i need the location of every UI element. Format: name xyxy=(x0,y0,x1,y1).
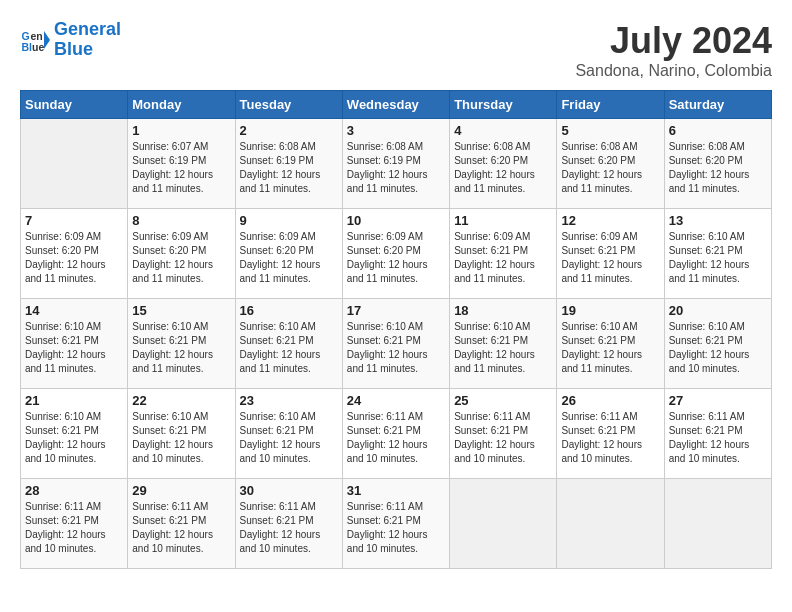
day-number: 12 xyxy=(561,213,659,228)
day-cell: 18Sunrise: 6:10 AM Sunset: 6:21 PM Dayli… xyxy=(450,299,557,389)
weekday-thursday: Thursday xyxy=(450,91,557,119)
day-info: Sunrise: 6:08 AM Sunset: 6:20 PM Dayligh… xyxy=(561,140,659,196)
day-number: 18 xyxy=(454,303,552,318)
day-number: 5 xyxy=(561,123,659,138)
day-info: Sunrise: 6:11 AM Sunset: 6:21 PM Dayligh… xyxy=(240,500,338,556)
day-cell: 24Sunrise: 6:11 AM Sunset: 6:21 PM Dayli… xyxy=(342,389,449,479)
day-info: Sunrise: 6:10 AM Sunset: 6:21 PM Dayligh… xyxy=(25,320,123,376)
logo-line2: Blue xyxy=(54,39,93,59)
day-info: Sunrise: 6:10 AM Sunset: 6:21 PM Dayligh… xyxy=(347,320,445,376)
day-info: Sunrise: 6:10 AM Sunset: 6:21 PM Dayligh… xyxy=(132,410,230,466)
day-info: Sunrise: 6:11 AM Sunset: 6:21 PM Dayligh… xyxy=(669,410,767,466)
day-cell: 11Sunrise: 6:09 AM Sunset: 6:21 PM Dayli… xyxy=(450,209,557,299)
day-number: 14 xyxy=(25,303,123,318)
week-row-2: 14Sunrise: 6:10 AM Sunset: 6:21 PM Dayli… xyxy=(21,299,772,389)
weekday-wednesday: Wednesday xyxy=(342,91,449,119)
day-number: 27 xyxy=(669,393,767,408)
day-cell: 26Sunrise: 6:11 AM Sunset: 6:21 PM Dayli… xyxy=(557,389,664,479)
day-number: 20 xyxy=(669,303,767,318)
day-info: Sunrise: 6:09 AM Sunset: 6:21 PM Dayligh… xyxy=(561,230,659,286)
day-number: 15 xyxy=(132,303,230,318)
day-info: Sunrise: 6:10 AM Sunset: 6:21 PM Dayligh… xyxy=(669,230,767,286)
day-info: Sunrise: 6:07 AM Sunset: 6:19 PM Dayligh… xyxy=(132,140,230,196)
day-cell: 19Sunrise: 6:10 AM Sunset: 6:21 PM Dayli… xyxy=(557,299,664,389)
weekday-tuesday: Tuesday xyxy=(235,91,342,119)
day-number: 1 xyxy=(132,123,230,138)
day-number: 11 xyxy=(454,213,552,228)
logo-text: General Blue xyxy=(54,20,121,60)
svg-text:ue: ue xyxy=(32,40,44,52)
day-cell: 9Sunrise: 6:09 AM Sunset: 6:20 PM Daylig… xyxy=(235,209,342,299)
logo-icon: G en Bl ue xyxy=(20,25,50,55)
day-info: Sunrise: 6:10 AM Sunset: 6:21 PM Dayligh… xyxy=(561,320,659,376)
day-info: Sunrise: 6:08 AM Sunset: 6:20 PM Dayligh… xyxy=(454,140,552,196)
day-number: 10 xyxy=(347,213,445,228)
day-number: 28 xyxy=(25,483,123,498)
calendar-body: 1Sunrise: 6:07 AM Sunset: 6:19 PM Daylig… xyxy=(21,119,772,569)
day-number: 22 xyxy=(132,393,230,408)
week-row-3: 21Sunrise: 6:10 AM Sunset: 6:21 PM Dayli… xyxy=(21,389,772,479)
logo: G en Bl ue General Blue xyxy=(20,20,121,60)
day-number: 3 xyxy=(347,123,445,138)
day-info: Sunrise: 6:11 AM Sunset: 6:21 PM Dayligh… xyxy=(561,410,659,466)
day-cell: 20Sunrise: 6:10 AM Sunset: 6:21 PM Dayli… xyxy=(664,299,771,389)
day-info: Sunrise: 6:09 AM Sunset: 6:20 PM Dayligh… xyxy=(240,230,338,286)
svg-marker-4 xyxy=(44,31,50,49)
day-info: Sunrise: 6:08 AM Sunset: 6:20 PM Dayligh… xyxy=(669,140,767,196)
day-cell: 16Sunrise: 6:10 AM Sunset: 6:21 PM Dayli… xyxy=(235,299,342,389)
page-header: G en Bl ue General Blue July 2024 Sandon… xyxy=(20,20,772,80)
day-number: 31 xyxy=(347,483,445,498)
day-info: Sunrise: 6:10 AM Sunset: 6:21 PM Dayligh… xyxy=(669,320,767,376)
day-info: Sunrise: 6:11 AM Sunset: 6:21 PM Dayligh… xyxy=(132,500,230,556)
weekday-friday: Friday xyxy=(557,91,664,119)
day-number: 17 xyxy=(347,303,445,318)
day-number: 30 xyxy=(240,483,338,498)
day-number: 24 xyxy=(347,393,445,408)
day-number: 4 xyxy=(454,123,552,138)
day-cell: 7Sunrise: 6:09 AM Sunset: 6:20 PM Daylig… xyxy=(21,209,128,299)
day-info: Sunrise: 6:11 AM Sunset: 6:21 PM Dayligh… xyxy=(347,500,445,556)
day-cell: 14Sunrise: 6:10 AM Sunset: 6:21 PM Dayli… xyxy=(21,299,128,389)
day-cell: 15Sunrise: 6:10 AM Sunset: 6:21 PM Dayli… xyxy=(128,299,235,389)
day-cell: 6Sunrise: 6:08 AM Sunset: 6:20 PM Daylig… xyxy=(664,119,771,209)
week-row-0: 1Sunrise: 6:07 AM Sunset: 6:19 PM Daylig… xyxy=(21,119,772,209)
day-cell xyxy=(557,479,664,569)
day-number: 9 xyxy=(240,213,338,228)
title-block: July 2024 Sandona, Narino, Colombia xyxy=(575,20,772,80)
day-info: Sunrise: 6:10 AM Sunset: 6:21 PM Dayligh… xyxy=(240,320,338,376)
day-cell: 30Sunrise: 6:11 AM Sunset: 6:21 PM Dayli… xyxy=(235,479,342,569)
day-number: 13 xyxy=(669,213,767,228)
weekday-monday: Monday xyxy=(128,91,235,119)
day-info: Sunrise: 6:10 AM Sunset: 6:21 PM Dayligh… xyxy=(132,320,230,376)
day-info: Sunrise: 6:09 AM Sunset: 6:20 PM Dayligh… xyxy=(132,230,230,286)
day-info: Sunrise: 6:10 AM Sunset: 6:21 PM Dayligh… xyxy=(25,410,123,466)
day-cell: 4Sunrise: 6:08 AM Sunset: 6:20 PM Daylig… xyxy=(450,119,557,209)
logo-line1: General xyxy=(54,19,121,39)
location: Sandona, Narino, Colombia xyxy=(575,62,772,80)
day-info: Sunrise: 6:09 AM Sunset: 6:21 PM Dayligh… xyxy=(454,230,552,286)
day-info: Sunrise: 6:08 AM Sunset: 6:19 PM Dayligh… xyxy=(347,140,445,196)
day-number: 8 xyxy=(132,213,230,228)
day-info: Sunrise: 6:10 AM Sunset: 6:21 PM Dayligh… xyxy=(454,320,552,376)
day-cell: 25Sunrise: 6:11 AM Sunset: 6:21 PM Dayli… xyxy=(450,389,557,479)
day-cell: 2Sunrise: 6:08 AM Sunset: 6:19 PM Daylig… xyxy=(235,119,342,209)
day-number: 7 xyxy=(25,213,123,228)
day-number: 16 xyxy=(240,303,338,318)
day-cell: 10Sunrise: 6:09 AM Sunset: 6:20 PM Dayli… xyxy=(342,209,449,299)
day-cell xyxy=(21,119,128,209)
day-info: Sunrise: 6:10 AM Sunset: 6:21 PM Dayligh… xyxy=(240,410,338,466)
day-number: 29 xyxy=(132,483,230,498)
calendar-table: SundayMondayTuesdayWednesdayThursdayFrid… xyxy=(20,90,772,569)
day-cell xyxy=(664,479,771,569)
day-number: 23 xyxy=(240,393,338,408)
day-info: Sunrise: 6:09 AM Sunset: 6:20 PM Dayligh… xyxy=(25,230,123,286)
day-cell: 5Sunrise: 6:08 AM Sunset: 6:20 PM Daylig… xyxy=(557,119,664,209)
day-info: Sunrise: 6:11 AM Sunset: 6:21 PM Dayligh… xyxy=(347,410,445,466)
day-info: Sunrise: 6:11 AM Sunset: 6:21 PM Dayligh… xyxy=(25,500,123,556)
day-cell: 13Sunrise: 6:10 AM Sunset: 6:21 PM Dayli… xyxy=(664,209,771,299)
day-cell xyxy=(450,479,557,569)
day-cell: 28Sunrise: 6:11 AM Sunset: 6:21 PM Dayli… xyxy=(21,479,128,569)
day-cell: 21Sunrise: 6:10 AM Sunset: 6:21 PM Dayli… xyxy=(21,389,128,479)
day-number: 2 xyxy=(240,123,338,138)
day-cell: 3Sunrise: 6:08 AM Sunset: 6:19 PM Daylig… xyxy=(342,119,449,209)
